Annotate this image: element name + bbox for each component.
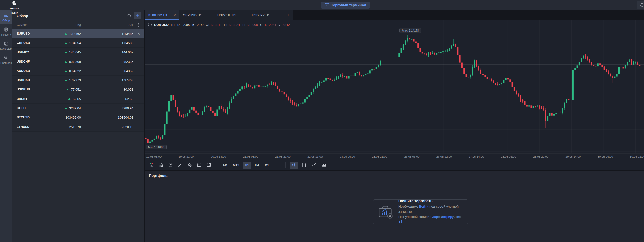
- row-bid: 1.37373: [43, 78, 96, 82]
- drawings-button[interactable]: [176, 162, 184, 169]
- new-tab-button[interactable]: +: [283, 10, 293, 20]
- more-timeframes-button[interactable]: ...: [273, 162, 281, 169]
- timeframe-h1-button[interactable]: H1: [243, 162, 251, 169]
- quotes-board-icon: [149, 162, 154, 168]
- row-ask: 1.37408: [96, 78, 136, 82]
- start-trading-title: Начните торговать: [398, 199, 463, 203]
- row-ask: 2520.19: [96, 125, 136, 129]
- trading-terminal-button[interactable]: Торговый терминал: [321, 2, 370, 9]
- watchlist-row-USDCHF[interactable]: USDCHF0.823080.82335✕: [12, 57, 144, 66]
- watchlist-row-GBPUSD[interactable]: GBPUSD1.345541.34586✕: [12, 38, 144, 48]
- row-bid: 0.64322: [43, 69, 96, 73]
- sidebar-item-label: Новости: [0, 33, 12, 36]
- info-symbol: EURUSD: [154, 23, 169, 27]
- logo-text-line1: FREEDOM: [10, 8, 19, 9]
- tab-eurusd-h1[interactable]: EURUSD H1✕: [145, 10, 179, 20]
- text-tool-button[interactable]: [195, 162, 203, 169]
- column-ask: Аск: [96, 23, 136, 27]
- sidebar-item-forecasts[interactable]: Прогнозы: [0, 52, 12, 67]
- tab-gbpusd-h1[interactable]: GBPUSD H1: [179, 10, 214, 20]
- watchlist-row-USDRUB[interactable]: USDRUB77.05180.051✕: [12, 85, 144, 94]
- watchlist-panel: Обзор Символ Бид Аск EURUSD1.134621.1348…: [12, 10, 144, 242]
- candlestick-chart[interactable]: EURUSD H1 D:22.05.25 12:00O:1.13011H:1.1…: [145, 20, 644, 153]
- watchlist-row-ETHUSD[interactable]: ETHUSD2519.782520.19✕: [12, 122, 144, 132]
- sidebar-item-calendar[interactable]: Календарь: [0, 38, 12, 52]
- row-ask: 0.64352: [96, 69, 136, 73]
- info-icon[interactable]: [126, 12, 132, 19]
- shapes-button[interactable]: [186, 162, 194, 169]
- row-symbol: USDCHF: [17, 60, 43, 63]
- timeframe-m1-button[interactable]: M1: [221, 162, 230, 169]
- tab-label: USDJPY H1: [252, 13, 280, 17]
- chart-canvas[interactable]: [145, 20, 644, 153]
- add-symbol-button[interactable]: [134, 12, 141, 19]
- watchlist-row-USDCAD[interactable]: USDCAD1.373731.37408✕: [12, 76, 144, 85]
- sidebar-item-label: Прогнозы: [0, 61, 12, 64]
- max-price-badge: Max: 1.14178: [399, 28, 421, 33]
- watchlist-row-BRENT[interactable]: BRENT62.6562.69✕: [12, 94, 144, 104]
- chart-type-bars-button[interactable]: [300, 162, 308, 169]
- timeframe-d1-button[interactable]: D1: [263, 162, 271, 169]
- row-ask: 62.69: [96, 97, 136, 101]
- up-arrow-icon: [65, 42, 67, 44]
- portfolio-body: Начните торговать Необходимо Войти под с…: [145, 181, 644, 242]
- row-symbol: EURUSD: [17, 32, 43, 35]
- row-bid: 1.34554: [43, 41, 96, 45]
- text-tool-icon: [197, 162, 202, 168]
- chart-type-area-button[interactable]: [320, 162, 328, 169]
- row-symbol: USDRUB: [17, 88, 43, 91]
- chart-settings-button[interactable]: [205, 162, 213, 169]
- toolbar-divider: [285, 162, 286, 168]
- time-axis-label: 19.05 05:00: [146, 155, 162, 158]
- row-symbol: GOLD: [17, 106, 43, 110]
- candlestick-chart-icon: [325, 3, 329, 7]
- watchlist-row-GOLD[interactable]: GOLD3289.043289.94✕: [12, 104, 144, 113]
- up-arrow-icon: [65, 33, 67, 35]
- indicators-button[interactable]: [157, 162, 165, 169]
- watchlist-column-headers: Символ Бид Аск: [12, 21, 144, 29]
- chart-settings-icon: [206, 162, 211, 168]
- watchlist-row-USDJPY[interactable]: USDJPY144.045144.067✕: [12, 48, 144, 57]
- watchlist-row-EURUSD[interactable]: EURUSD1.134621.13485✕: [12, 29, 144, 38]
- up-arrow-icon: [65, 61, 67, 63]
- time-axis-label: 21.05 05:00: [243, 155, 258, 158]
- watchlist-row-BTCUSD[interactable]: BTCUSD103496.00103504.01✕: [12, 113, 144, 122]
- login-link[interactable]: Войти: [419, 205, 429, 208]
- row-ask: 1.13485: [96, 32, 136, 36]
- sidebar-item-label: Календарь: [0, 47, 12, 50]
- events-button[interactable]: [167, 162, 175, 169]
- row-bid: 2519.78: [43, 125, 96, 129]
- tab-close-icon[interactable]: ✕: [173, 13, 177, 17]
- timeframe-m15-button[interactable]: M15: [231, 162, 241, 169]
- row-ask: 1.34586: [96, 41, 136, 45]
- up-arrow-icon: [65, 107, 67, 109]
- tab-label: EURUSD H1: [148, 13, 173, 17]
- tab-usdjpy-h1[interactable]: USDJPY H1: [248, 10, 283, 20]
- column-bid: Бид: [43, 23, 96, 27]
- shapes-icon: [187, 162, 192, 168]
- sidebar-item-news[interactable]: Новости: [0, 24, 12, 38]
- time-axis-label: 30.05 22:00: [630, 155, 644, 158]
- chart-type-candles-button[interactable]: [290, 162, 298, 169]
- watchlist-title: Обзор: [17, 14, 126, 18]
- quotes-board-button[interactable]: [147, 162, 155, 169]
- chart-type-line-button[interactable]: [310, 162, 318, 169]
- kebab-menu-icon[interactable]: [136, 23, 141, 27]
- tab-usdchf-h1[interactable]: USDCHF H1: [214, 10, 248, 20]
- sidebar-item-label: Обзор: [0, 19, 12, 22]
- close-row-icon[interactable]: ✕: [136, 32, 141, 36]
- time-axis-label: 27.05 14:00: [469, 155, 484, 158]
- up-arrow-icon: [65, 51, 67, 53]
- row-ask: 103504.01: [96, 116, 136, 119]
- up-arrow-icon: [66, 89, 69, 90]
- row-symbol: AUDUSD: [17, 69, 43, 73]
- timeframe-h4-button[interactable]: H4: [253, 162, 261, 169]
- time-axis: 19.05 05:0019.05 21:0020.05 13:0021.05 0…: [145, 153, 644, 160]
- watchlist-row-AUDUSD[interactable]: AUDUSD0.643220.64352✕: [12, 66, 144, 76]
- tab-label: GBPUSD H1: [183, 13, 211, 17]
- logo-text-line2: INVEST: [11, 12, 18, 14]
- row-symbol: USDCAD: [17, 78, 43, 82]
- row-bid: 77.051: [43, 88, 96, 92]
- notifications-bell-button[interactable]: [637, 1, 644, 9]
- register-link[interactable]: Зарегистрируйтесь: [432, 215, 462, 219]
